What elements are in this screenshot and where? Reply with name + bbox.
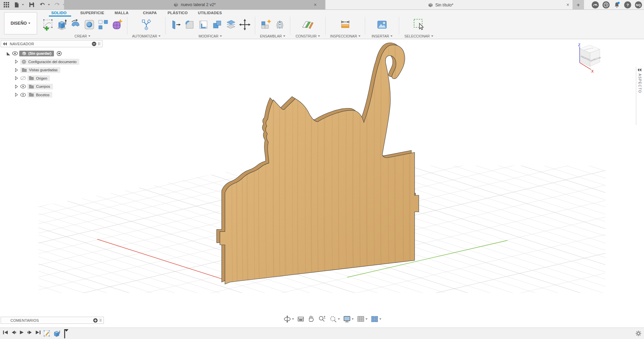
help-icon[interactable]: ? — [624, 1, 631, 8]
group-label-seleccionar[interactable]: SELECCIONAR — [403, 33, 434, 38]
expand-circle-icon[interactable] — [93, 318, 98, 323]
view-cube[interactable]: SUPERIOR FRONTAL DERECHA Z X — [578, 43, 601, 73]
create-sketch-icon[interactable] — [42, 19, 54, 31]
eye-hidden-icon[interactable] — [20, 76, 26, 80]
cat-lateral-body[interactable] — [216, 41, 419, 290]
ribbon-tab-solido[interactable]: SOLIDO — [51, 11, 66, 15]
go-to-start-icon[interactable] — [3, 330, 8, 335]
tree-row-named-views[interactable]: Vistas guardadas — [5, 66, 106, 74]
expanded-arrow-icon[interactable] — [5, 52, 12, 55]
ribbon-tab-malla[interactable]: MALLA — [115, 11, 128, 15]
create-form-icon[interactable] — [111, 19, 123, 31]
app-grid-icon[interactable] — [3, 2, 9, 8]
timeline-position-marker[interactable] — [63, 329, 69, 339]
step-back-icon[interactable] — [11, 330, 16, 335]
shell-icon[interactable] — [197, 19, 209, 31]
pan-icon[interactable] — [308, 315, 315, 323]
orbit-icon[interactable] — [283, 315, 294, 323]
collapse-left-icon[interactable] — [3, 42, 7, 46]
display-caret-icon[interactable] — [352, 318, 354, 320]
joint-icon[interactable] — [274, 19, 286, 31]
group-label-ensamblar[interactable]: ENSAMBLAR — [259, 33, 286, 38]
ribbon-tab-chapa[interactable]: CHAPA — [143, 11, 157, 15]
aspect-panel-tab[interactable]: ASPECTO — [636, 67, 643, 125]
new-tab-button[interactable]: + — [573, 0, 584, 10]
fit-icon[interactable] — [329, 315, 340, 323]
display-settings-icon[interactable] — [343, 315, 354, 323]
go-to-end-icon[interactable] — [35, 330, 41, 335]
viewports-icon[interactable] — [371, 315, 381, 323]
new-component-icon[interactable] — [259, 19, 272, 31]
collapsed-arrow-icon[interactable] — [13, 76, 20, 80]
fit-caret-icon[interactable] — [338, 318, 340, 320]
collapsed-arrow-icon[interactable] — [13, 68, 20, 72]
eye-visible-icon[interactable] — [20, 93, 26, 97]
timeline-extrude-feature[interactable] — [53, 329, 61, 338]
extrude-icon[interactable] — [56, 19, 68, 31]
collapsed-arrow-icon[interactable] — [13, 93, 20, 97]
document-tab-inactive[interactable]: nuevo lateral 2 v2* × — [64, 0, 325, 9]
rectangular-pattern-icon[interactable] — [97, 19, 109, 31]
group-label-automatizar[interactable]: AUTOMATIZAR — [131, 33, 161, 38]
navigator-header[interactable]: NAVEGADOR — [1, 40, 103, 47]
collapse-left-icon[interactable] — [638, 68, 642, 72]
undo-icon[interactable] — [39, 2, 45, 7]
timeline-settings-gear-icon[interactable] — [636, 331, 641, 336]
eye-visible-icon[interactable] — [20, 84, 26, 88]
eye-visible-icon[interactable] — [12, 51, 18, 55]
construct-plane-icon[interactable] — [301, 19, 314, 31]
group-label-construir[interactable]: CONSTRUIR — [294, 33, 321, 38]
document-tab-active[interactable]: Sin título* — [428, 0, 453, 10]
orbit-caret-icon[interactable] — [292, 318, 294, 320]
play-icon[interactable] — [19, 330, 24, 335]
tree-row-sketches[interactable]: Bocetos — [5, 91, 106, 99]
undo-caret-icon[interactable] — [48, 4, 50, 5]
activate-radio-icon[interactable] — [57, 51, 62, 56]
panel-grip[interactable] — [100, 319, 101, 322]
ribbon-tab-plastico[interactable]: PLÁSTICO — [168, 11, 188, 15]
group-label-inspeccionar[interactable]: INSPECCIONAR — [330, 33, 361, 38]
collapsed-arrow-icon[interactable] — [13, 60, 20, 63]
collapse-circle-icon[interactable] — [92, 42, 96, 46]
viewcube-front-face[interactable] — [580, 49, 590, 67]
tab-close-icon[interactable]: × — [566, 1, 569, 8]
zoom-icon[interactable] — [318, 315, 326, 323]
viewports-caret-icon[interactable] — [379, 318, 381, 320]
job-status-icon[interactable] — [592, 1, 599, 8]
group-label-crear[interactable]: CREAR — [42, 33, 123, 38]
look-at-icon[interactable] — [297, 315, 304, 323]
viewcube-top-face[interactable] — [580, 45, 600, 53]
avatar[interactable]: NQ — [635, 1, 642, 8]
viewcube-right-face[interactable] — [590, 49, 600, 67]
tree-row-bodies[interactable]: Cuerpos — [5, 82, 106, 91]
ribbon-tab-superficie[interactable]: SUPERFICIE — [80, 11, 104, 15]
group-label-insertar[interactable]: INSERTAR — [369, 33, 395, 38]
workspace-switcher[interactable]: DISEÑO — [4, 12, 37, 34]
save-icon[interactable] — [29, 2, 34, 7]
tab-close-icon[interactable]: × — [314, 1, 317, 8]
grid-caret-icon[interactable] — [365, 318, 368, 320]
move-icon[interactable] — [239, 19, 251, 31]
step-forward-icon[interactable] — [27, 330, 32, 335]
hole-icon[interactable] — [83, 19, 95, 31]
ribbon-tab-utilidades[interactable]: UTILIDADES — [198, 11, 222, 15]
file-menu-caret-icon[interactable] — [22, 4, 24, 5]
file-menu-icon[interactable] — [14, 2, 19, 8]
split-body-icon[interactable] — [225, 19, 237, 31]
insert-image-icon[interactable] — [376, 19, 388, 31]
panel-grip[interactable] — [98, 42, 100, 45]
tree-row-origin[interactable]: Origen — [5, 74, 106, 83]
combine-icon[interactable] — [211, 19, 223, 31]
root-document-chip[interactable]: (Sin guardar) — [19, 51, 54, 56]
fillet-icon[interactable] — [183, 19, 196, 31]
measure-icon[interactable] — [339, 19, 352, 31]
revolve-icon[interactable] — [69, 19, 82, 31]
press-pull-icon[interactable] — [170, 19, 182, 31]
grid-display-icon[interactable] — [357, 315, 368, 323]
group-label-modificar[interactable]: MODIFICAR — [170, 33, 251, 38]
collapsed-arrow-icon[interactable] — [13, 85, 20, 88]
timeline-sketch-feature[interactable] — [43, 329, 51, 338]
notifications-bell-icon[interactable] — [613, 1, 620, 8]
tree-row-root[interactable]: (Sin guardar) — [5, 49, 106, 58]
history-clock-icon[interactable] — [603, 1, 610, 8]
